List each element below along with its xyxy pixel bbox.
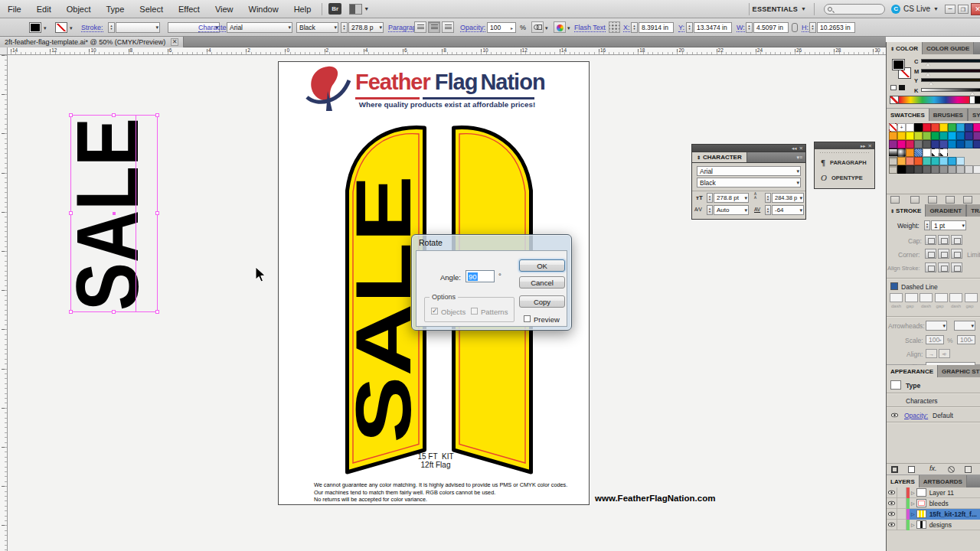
fill-arrow-icon[interactable]: ▾	[44, 25, 47, 31]
recolor-artwork-icon[interactable]	[554, 21, 566, 33]
swatch[interactable]	[948, 123, 956, 132]
tab-character[interactable]: ⇕ CHARACTER	[692, 152, 747, 162]
tab-artboards[interactable]: ARTBOARDS	[919, 475, 967, 487]
swatch[interactable]	[897, 140, 906, 148]
dialog-title[interactable]: Rotate	[419, 238, 443, 247]
corner-miter-button[interactable]	[925, 249, 936, 259]
h-stepper[interactable]	[809, 22, 816, 33]
menu-type[interactable]: Type	[99, 0, 132, 18]
swatch[interactable]	[956, 140, 965, 148]
layer-name[interactable]: bleeds	[929, 500, 949, 507]
swatch[interactable]	[923, 132, 931, 140]
angle-input[interactable]: 90	[466, 270, 495, 282]
swatch[interactable]	[939, 157, 948, 165]
swatch[interactable]	[956, 148, 965, 157]
arrange-documents-icon[interactable]	[349, 4, 362, 15]
swatch[interactable]	[889, 132, 897, 140]
dash-input[interactable]	[890, 293, 903, 302]
swatch[interactable]	[923, 165, 931, 174]
swatch[interactable]	[965, 123, 973, 132]
char-size-dropdown[interactable]: 278.8 pt	[714, 193, 749, 203]
document-close-icon[interactable]: ✕	[171, 38, 178, 46]
font-family-dropdown[interactable]: Arial	[227, 22, 292, 33]
new-swatch-icon[interactable]	[963, 196, 972, 204]
layer-name[interactable]: 15ft_kit-12ft_f...	[929, 510, 977, 518]
new-fill-icon[interactable]	[908, 466, 915, 473]
selection-handle[interactable]	[69, 113, 73, 117]
align-right-button[interactable]	[442, 21, 454, 33]
swatch[interactable]	[897, 157, 906, 165]
tab-color-guide[interactable]: COLOR GUIDE	[922, 42, 974, 54]
ruler-vertical[interactable]	[0, 55, 8, 551]
char-tracking-stepper[interactable]	[765, 205, 771, 215]
swatch[interactable]	[956, 157, 965, 165]
dash-input[interactable]	[949, 293, 962, 302]
swatch[interactable]	[939, 132, 948, 140]
swatch[interactable]	[931, 148, 939, 157]
menu-edit[interactable]: Edit	[29, 0, 59, 18]
slider-handle[interactable]	[926, 73, 930, 76]
stroke-weight-dropdown[interactable]	[116, 22, 160, 33]
swatch[interactable]	[914, 132, 923, 140]
paragraph-panel-button[interactable]: ¶ PARAGRAPH	[815, 155, 876, 169]
stroke-swatch[interactable]	[55, 22, 67, 33]
swatch[interactable]	[914, 123, 923, 132]
swatch[interactable]	[923, 157, 931, 165]
y-stepper[interactable]	[686, 22, 693, 33]
layer-visibility-toggle[interactable]	[887, 509, 897, 520]
slider-handle[interactable]	[929, 82, 933, 85]
layer-thumbnail[interactable]	[916, 488, 926, 497]
selection-handle[interactable]	[112, 310, 116, 314]
swatch[interactable]	[923, 123, 931, 132]
swatch[interactable]	[931, 123, 939, 132]
x-stepper[interactable]	[631, 22, 638, 33]
dash-input[interactable]	[935, 293, 948, 302]
h-label[interactable]: H:	[802, 24, 808, 32]
selection-handle[interactable]	[112, 113, 116, 117]
panel-menu-icon[interactable]: ▾≡	[793, 155, 805, 161]
stroke-weight-stepper[interactable]	[108, 22, 115, 33]
slider-handle[interactable]	[926, 63, 930, 66]
x-label[interactable]: X:	[623, 24, 630, 32]
swatch[interactable]	[939, 148, 948, 157]
align-outside-button[interactable]	[951, 262, 962, 272]
swatch[interactable]	[948, 140, 956, 148]
swatch[interactable]	[939, 123, 948, 132]
menu-help[interactable]: Help	[286, 0, 319, 18]
swatch[interactable]	[948, 132, 956, 140]
swatch[interactable]	[956, 165, 965, 174]
spectrum-none-swatch[interactable]	[890, 96, 899, 103]
swatch[interactable]	[965, 157, 973, 165]
kit-label[interactable]: 15 FT KIT 12ft Flag	[401, 452, 470, 469]
swatch[interactable]	[906, 165, 914, 174]
layer-name[interactable]: designs	[929, 521, 952, 529]
swatch[interactable]	[897, 132, 906, 140]
menu-select[interactable]: Select	[132, 0, 171, 18]
swatch[interactable]	[914, 140, 923, 148]
swatch[interactable]	[906, 132, 914, 140]
w-label[interactable]: W:	[737, 24, 745, 32]
menu-view[interactable]: View	[207, 0, 241, 18]
opentype-panel-button[interactable]: O OPENTYPE	[815, 171, 876, 184]
workspace-switcher[interactable]: ESSENTIALS	[753, 5, 799, 13]
opacity-input[interactable]: 100▸	[487, 22, 516, 33]
swatch[interactable]	[906, 140, 914, 148]
layer-thumbnail[interactable]	[916, 520, 926, 529]
cap-projecting-button[interactable]	[951, 235, 962, 245]
tab-swatches[interactable]: SWATCHES	[887, 109, 929, 121]
cap-round-button[interactable]	[938, 235, 949, 245]
reference-point-icon[interactable]	[609, 21, 620, 33]
new-color-group-icon[interactable]	[946, 196, 955, 204]
appearance-opacity-link[interactable]: Opacity:	[904, 412, 928, 419]
collapse-icons[interactable]: ◂◂	[792, 145, 797, 152]
close-button[interactable]: ✕	[971, 3, 980, 15]
menu-file[interactable]: File	[0, 0, 29, 18]
opacity-mask-arrow-icon[interactable]: ▾	[545, 25, 548, 31]
dash-input[interactable]	[965, 293, 978, 302]
tab-transparency[interactable]: TRANSPARENCY	[966, 204, 980, 217]
swatch[interactable]	[973, 165, 980, 174]
ruler-corner[interactable]	[0, 47, 8, 55]
fill-swatch[interactable]	[29, 22, 41, 33]
flash-text-link[interactable]: Flash Text	[574, 24, 606, 32]
swatch[interactable]	[914, 148, 923, 157]
